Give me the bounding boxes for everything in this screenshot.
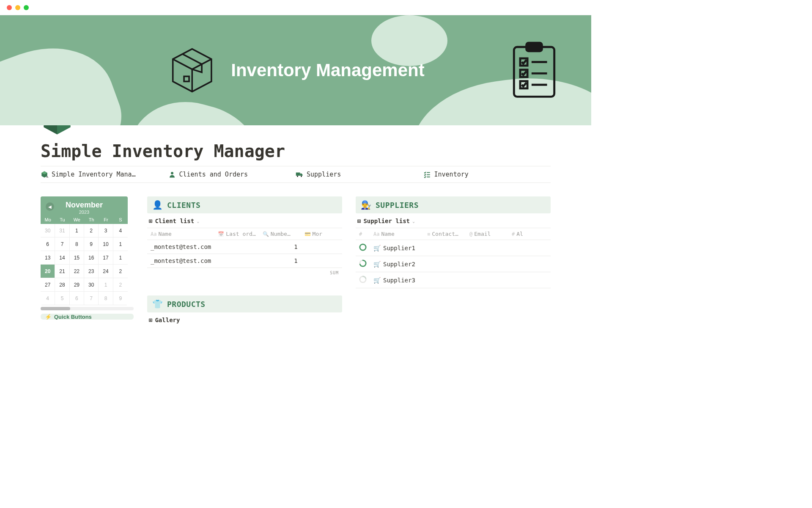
calendar-day[interactable]: 3 [99, 224, 113, 237]
calendar-day[interactable]: 9 [84, 237, 99, 251]
clients-view-selector[interactable]: ⊞ Client list ⌄ [147, 213, 342, 228]
calendar-day[interactable]: 10 [99, 237, 113, 251]
calendar-day[interactable]: 7 [84, 292, 99, 305]
calendar-day[interactable]: 2 [113, 265, 128, 278]
calendar-day[interactable]: 6 [41, 237, 55, 251]
col-status[interactable]: # [356, 228, 370, 240]
calendar-day[interactable]: 22 [70, 265, 84, 278]
tab-simple-inventory-manager[interactable]: Simple Inventory Mana… [41, 171, 168, 178]
person-icon [168, 171, 176, 178]
calendar-day[interactable]: 30 [84, 278, 99, 292]
calendar-day[interactable]: 20 [41, 265, 55, 278]
clients-database: 👤 CLIENTS ⊞ Client list ⌄ AaName 📅Last o… [147, 196, 342, 323]
clipboard-icon [511, 41, 557, 100]
chevron-down-icon: ⌄ [412, 219, 415, 224]
calendar-day[interactable]: 9 [113, 292, 128, 305]
calendar-day[interactable]: 1 [113, 251, 128, 265]
window-maximize-button[interactable] [24, 5, 29, 10]
calendar-day[interactable]: 29 [70, 278, 84, 292]
svg-point-12 [301, 176, 302, 177]
tab-label: Clients and Orders [179, 171, 248, 178]
calendar-day[interactable]: 31 [55, 224, 69, 237]
col-al[interactable]: #Al [508, 228, 551, 240]
quick-buttons-panel[interactable]: ⚡ Quick Buttons [41, 314, 134, 320]
calendar-day[interactable]: 6 [70, 292, 84, 305]
calendar-day[interactable]: 2 [113, 278, 128, 292]
calendar-day[interactable]: 15 [70, 251, 84, 265]
calendar-day[interactable]: 8 [70, 237, 84, 251]
sum-label: SUM [147, 268, 342, 279]
calendar-day[interactable]: 5 [55, 292, 69, 305]
calendar-day[interactable]: 2 [84, 224, 99, 237]
calendar-day[interactable]: 24 [99, 265, 113, 278]
svg-point-17 [360, 244, 366, 250]
table-row[interactable]: 🛒Supplier1 [356, 240, 551, 256]
col-number[interactable]: 🔍Numbe… [259, 228, 301, 240]
col-last-order[interactable]: 📅Last ord… [214, 228, 259, 240]
svg-rect-10 [296, 173, 300, 176]
table-row[interactable]: _montest@test.com1 [147, 254, 342, 268]
calendar-widget[interactable]: ◀ November 2023 MoTuWeThFrS 303112346789… [41, 196, 128, 305]
cart-icon: 🛒 [373, 245, 381, 251]
col-name[interactable]: AaName [370, 228, 424, 240]
calendar-day[interactable]: 28 [55, 278, 69, 292]
cover-title: Inventory Management [231, 60, 424, 80]
tab-clients-orders[interactable]: Clients and Orders [168, 171, 296, 178]
calendar-day[interactable]: 16 [84, 251, 99, 265]
nav-tabs: Simple Inventory Mana… Clients and Order… [41, 166, 551, 183]
titlebar [0, 0, 591, 15]
box-icon [167, 45, 217, 96]
calendar-year: 2023 [41, 210, 128, 215]
calendar-day[interactable]: 4 [113, 224, 128, 237]
page-cover: Inventory Management [0, 15, 591, 125]
calendar-day[interactable]: 4 [41, 292, 55, 305]
table-row[interactable]: _montest@test.com1 [147, 240, 342, 254]
tab-label: Inventory [434, 171, 469, 178]
gallery-icon: ⊞ [149, 317, 152, 323]
calendar-day[interactable]: 23 [84, 265, 99, 278]
tab-suppliers[interactable]: Suppliers [296, 171, 423, 178]
cart-icon: 🛒 [373, 261, 381, 268]
calendar-day[interactable]: 14 [55, 251, 69, 265]
tshirt-icon: 👕 [152, 299, 163, 309]
svg-rect-2 [527, 43, 542, 51]
col-contact[interactable]: ≡Contact… [424, 228, 466, 240]
table-row[interactable]: 🛒Supplier3 [356, 272, 551, 288]
suppliers-database: 👨‍🔧 SUPPLIERS ⊞ Supplier list ⌄ # AaName… [356, 196, 551, 288]
db-title-products: PRODUCTS [167, 300, 206, 309]
svg-rect-0 [184, 76, 189, 81]
col-money[interactable]: 💳Mor [301, 228, 342, 240]
cart-icon: 🛒 [373, 277, 381, 284]
db-title-suppliers: SUPPLIERS [376, 201, 419, 210]
calendar-day[interactable]: 17 [99, 251, 113, 265]
calendar-day[interactable]: 7 [55, 237, 69, 251]
progress-ring-icon [359, 260, 367, 267]
worker-icon: 👨‍🔧 [361, 200, 371, 210]
calendar-day[interactable]: 8 [99, 292, 113, 305]
box-small-icon [41, 171, 48, 178]
col-email[interactable]: @Email [466, 228, 508, 240]
chevron-down-icon: ⌄ [197, 219, 199, 224]
tab-label: Suppliers [307, 171, 341, 178]
window-close-button[interactable] [7, 5, 12, 10]
calendar-day[interactable]: 1 [70, 224, 84, 237]
window-minimize-button[interactable] [15, 5, 20, 10]
calendar-day[interactable]: 21 [55, 265, 69, 278]
page-title: Simple Inventory Manager [41, 141, 551, 161]
calendar-day[interactable]: 30 [41, 224, 55, 237]
products-view-selector[interactable]: ⊞ Gallery [147, 312, 342, 323]
calendar-day[interactable]: 13 [41, 251, 55, 265]
table-icon: ⊞ [357, 218, 361, 224]
calendar-day[interactable]: 1 [99, 278, 113, 292]
col-name[interactable]: AaName [147, 228, 214, 240]
calendar-day[interactable]: 1 [113, 237, 128, 251]
tab-label: Simple Inventory Mana… [52, 171, 136, 178]
db-title-clients: CLIENTS [167, 201, 200, 210]
calendar-hscroll[interactable] [41, 307, 134, 310]
tab-inventory[interactable]: Inventory [423, 171, 551, 178]
progress-ring-icon [359, 276, 367, 283]
svg-point-11 [297, 176, 298, 177]
suppliers-view-selector[interactable]: ⊞ Supplier list ⌄ [356, 213, 551, 228]
calendar-day[interactable]: 27 [41, 278, 55, 292]
table-row[interactable]: 🛒Supplier2 [356, 256, 551, 272]
